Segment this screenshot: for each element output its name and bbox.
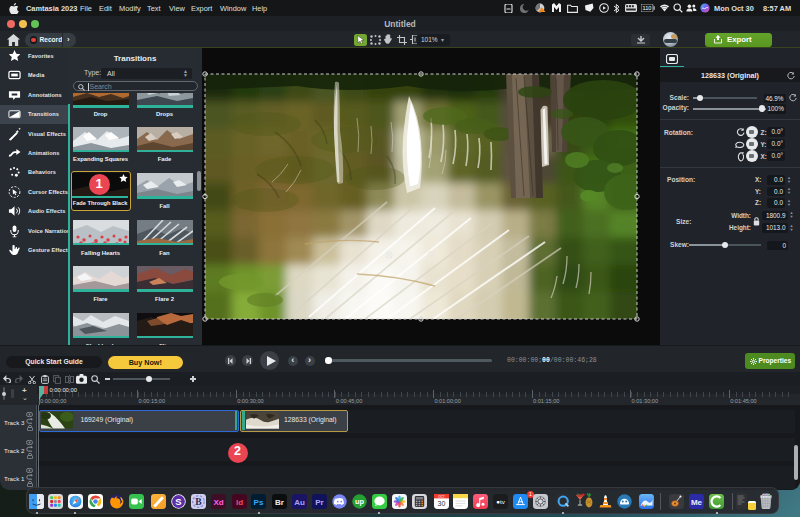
svg-text:30: 30 <box>437 500 445 507</box>
svg-text:Xd: Xd <box>213 497 223 506</box>
svg-text:Au: Au <box>294 497 305 506</box>
svg-text:●tv: ●tv <box>496 498 505 505</box>
svg-text:Me: Me <box>691 497 703 506</box>
svg-text:up: up <box>354 497 364 506</box>
svg-text:110: 110 <box>643 5 652 11</box>
svg-text:Ps: Ps <box>254 497 264 506</box>
svg-text:Pr: Pr <box>315 497 323 506</box>
svg-text:OCT: OCT <box>438 494 445 498</box>
svg-text:S: S <box>175 495 181 506</box>
svg-text:Id: Id <box>236 497 243 506</box>
svg-text:B: B <box>195 495 202 506</box>
svg-text:Br: Br <box>275 497 284 506</box>
